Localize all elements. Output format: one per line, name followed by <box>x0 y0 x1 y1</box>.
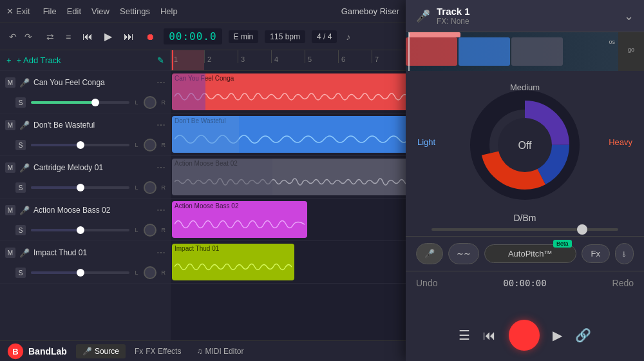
tracks-scroll: Can You Feel Conga Don't Be Wasteful <box>171 71 412 340</box>
donut-heavy-label: Heavy <box>609 137 632 147</box>
track-3-more-button[interactable]: ⋯ <box>156 162 166 173</box>
track-2-solo-button[interactable]: S <box>15 140 26 150</box>
thumbnail-playhead <box>408 32 410 71</box>
track-3-solo-button[interactable]: S <box>15 182 26 193</box>
key-slider-thumb[interactable] <box>577 224 587 235</box>
track-5-name: Impact Thud 01 <box>33 248 153 257</box>
track-5-solo-button[interactable]: S <box>15 268 26 278</box>
time-signature-display[interactable]: 4 / 4 <box>312 30 337 43</box>
tab-effects[interactable]: Fx FX Effects <box>128 344 187 358</box>
panel-play-button[interactable]: ▶ <box>553 327 562 343</box>
skip-forward-button[interactable]: ⏭ <box>121 28 137 45</box>
donut-area: Medium Light Heavy Off <box>406 71 644 213</box>
menu-edit[interactable]: Edit <box>67 6 81 16</box>
metronome-button[interactable]: ♪ <box>343 30 353 43</box>
pencil-icon[interactable]: ✎ <box>157 55 164 65</box>
autopitch-label: AutoPitch™ <box>508 249 553 259</box>
key-slider-track[interactable] <box>431 228 618 231</box>
playhead[interactable] <box>172 50 173 70</box>
track-2-wave-row: Don't Be Wasteful <box>171 113 412 156</box>
settings-btn-icon: ⫰ <box>622 249 627 259</box>
bpm-display[interactable]: 115 bpm <box>265 30 305 43</box>
track-1-volume-slider[interactable] <box>31 101 129 104</box>
timeline-area: 1 2 3 4 5 6 7 Can You F <box>171 50 412 340</box>
track-5-mic-icon: 🎤 <box>19 248 30 258</box>
track-1-waveform <box>172 83 411 110</box>
panel-settings-icon[interactable]: ☰ <box>459 327 470 343</box>
redo-label[interactable]: Redo <box>608 278 634 288</box>
autopitch-button[interactable]: Beta AutoPitch™ <box>484 244 576 263</box>
bandlab-icon: B <box>6 342 24 360</box>
tab-source[interactable]: 🎤 Source <box>76 344 126 358</box>
track-4-more-button[interactable]: ⋯ <box>156 205 166 215</box>
undo-label[interactable]: Undo <box>416 278 442 288</box>
tab-midi[interactable]: ♫ MIDI Editor <box>190 344 250 358</box>
track-2-mute-button[interactable]: M <box>5 120 15 130</box>
track-4-volume-slider[interactable] <box>31 229 129 231</box>
track-3-mute-button[interactable]: M <box>5 162 15 173</box>
track-4-mute-button[interactable]: M <box>5 205 15 215</box>
track-2-pan-knob[interactable] <box>144 139 156 151</box>
track-2-selection-overlay <box>172 116 239 153</box>
redo-button[interactable]: ↷ <box>22 30 35 43</box>
panel-title-section: Track 1 FX: None <box>437 6 618 26</box>
track-2-more-button[interactable]: ⋯ <box>156 120 166 130</box>
panel-collapse-button[interactable]: ⌄ <box>624 9 634 23</box>
track-1-more-button[interactable]: ⋯ <box>156 77 166 88</box>
track-1-segment[interactable]: Can You Feel Conga <box>172 73 411 110</box>
panel-track-name: Track 1 <box>437 6 618 17</box>
split-button[interactable]: ≡ <box>63 30 73 43</box>
bottom-tabs: B BandLab 🎤 Source Fx FX Effects ♫ MIDI … <box>0 340 412 361</box>
menu-settings[interactable]: Settings <box>120 6 150 16</box>
track-4-segment[interactable]: Action Moose Bass 02 <box>172 201 307 238</box>
record-button[interactable]: ⏺ <box>143 29 157 44</box>
panel-share-button[interactable]: 🔗 <box>575 327 591 343</box>
menu-view[interactable]: View <box>91 6 109 16</box>
track-5-mute-button[interactable]: M <box>5 248 15 258</box>
panel-fx-label: FX: None <box>437 17 618 26</box>
add-track-label: + Add Track <box>17 55 61 65</box>
panel-skip-back-button[interactable]: ⏮ <box>483 328 496 343</box>
track-5-segment[interactable]: Impact Thud 01 <box>172 244 294 280</box>
thumbnail-position-bar <box>409 32 460 37</box>
ruler-mark-4: 4 <box>271 50 278 63</box>
track-4-mic-icon: 🎤 <box>19 206 30 215</box>
wave-panel-button[interactable]: ∼∼ <box>448 243 479 264</box>
fx-panel-button[interactable]: Fx <box>582 244 610 263</box>
track-3-pan-knob[interactable] <box>144 181 156 194</box>
panel-record-button[interactable] <box>509 320 540 351</box>
song-title: Gameboy Riser <box>341 6 399 16</box>
skip-back-button[interactable]: ⏮ <box>80 28 95 45</box>
track-2-volume-slider[interactable] <box>31 144 129 146</box>
timeline-ruler[interactable]: 1 2 3 4 5 6 7 <box>171 50 412 71</box>
undo-button[interactable]: ↶ <box>6 30 19 43</box>
undo-time: 00:00:00 <box>448 278 601 288</box>
loop-button[interactable]: ⇄ <box>44 30 57 43</box>
key-display[interactable]: E min <box>229 30 259 43</box>
track-4-solo-button[interactable]: S <box>15 225 26 235</box>
track-5-volume-slider[interactable] <box>31 271 129 274</box>
track-1-segment-label: Can You Feel Conga <box>172 73 411 83</box>
exit-button[interactable]: ✕ Exit <box>6 6 30 16</box>
settings-panel-button[interactable]: ⫰ <box>615 243 634 264</box>
track-1-pan-knob[interactable] <box>144 96 156 109</box>
track-5-pan-knob[interactable] <box>144 266 156 279</box>
track-1-mute-button[interactable]: M <box>5 77 15 88</box>
track-2-name: Don't Be Wasteful <box>33 121 153 130</box>
track-5-more-button[interactable]: ⋯ <box>156 248 166 258</box>
menu-help[interactable]: Help <box>160 6 178 16</box>
track-4-pan-knob[interactable] <box>144 224 156 237</box>
thumbnail-strip: go os <box>406 32 644 71</box>
track-3-mic-icon: 🎤 <box>19 163 30 173</box>
play-button[interactable]: ▶ <box>102 28 115 45</box>
track-1-solo-button[interactable]: S <box>15 97 26 108</box>
ruler-mark-2: 2 <box>204 50 211 63</box>
track-control-row-5: M 🎤 Impact Thud 01 ⋯ S L R <box>0 241 171 284</box>
mic-panel-button[interactable]: 🎤 <box>416 243 443 264</box>
add-track-bar[interactable]: + + Add Track ✎ <box>0 50 171 71</box>
track-3-volume-slider[interactable] <box>31 186 129 189</box>
thumbnail-bar-2 <box>459 37 510 66</box>
track-3-wave-row: Action Moose Beat 02 <box>171 156 412 199</box>
menu-file[interactable]: File <box>43 6 57 16</box>
donut-chart[interactable]: Off <box>460 81 589 210</box>
